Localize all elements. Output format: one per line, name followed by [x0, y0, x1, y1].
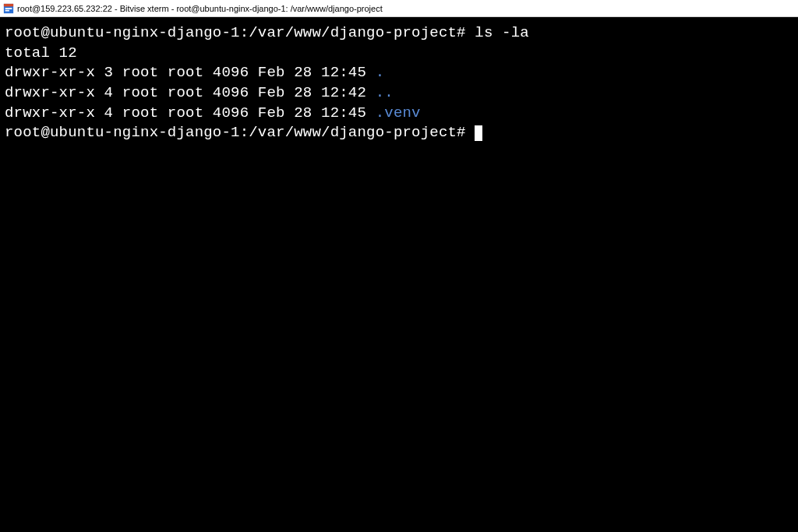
svg-rect-2 [5, 8, 12, 9]
command-line: root@ubuntu-nginx-django-1:/var/www/djan… [5, 23, 793, 44]
cursor [475, 125, 482, 141]
svg-rect-3 [5, 9, 9, 11]
window-title: root@159.223.65.232:22 - Bitvise xterm -… [17, 4, 383, 13]
listing-name: .venv [376, 104, 421, 122]
svg-rect-1 [4, 3, 13, 6]
shell-prompt: root@ubuntu-nginx-django-1:/var/www/djan… [5, 24, 466, 41]
listing-name: .. [376, 84, 394, 101]
listing-meta: drwxr-xr-x 4 root root 4096 Feb 28 12:42 [5, 84, 376, 101]
command-text: ls -la [475, 24, 529, 41]
prompt-line: root@ubuntu-nginx-django-1:/var/www/djan… [5, 123, 793, 143]
app-icon [3, 3, 14, 14]
listing-row: drwxr-xr-x 4 root root 4096 Feb 28 12:42… [5, 83, 793, 104]
listing-meta: drwxr-xr-x 3 root root 4096 Feb 28 12:45 [5, 64, 376, 81]
listing-row: drwxr-xr-x 4 root root 4096 Feb 28 12:45… [5, 104, 793, 124]
terminal-area[interactable]: root@ubuntu-nginx-django-1:/var/www/djan… [0, 17, 798, 532]
shell-prompt: root@ubuntu-nginx-django-1:/var/www/djan… [5, 124, 466, 141]
listing-name: . [376, 64, 385, 81]
listing-row: drwxr-xr-x 3 root root 4096 Feb 28 12:45… [5, 63, 793, 83]
window-titlebar[interactable]: root@159.223.65.232:22 - Bitvise xterm -… [0, 0, 798, 17]
total-line: total 12 [5, 44, 793, 64]
listing-meta: drwxr-xr-x 4 root root 4096 Feb 28 12:45 [5, 104, 376, 122]
